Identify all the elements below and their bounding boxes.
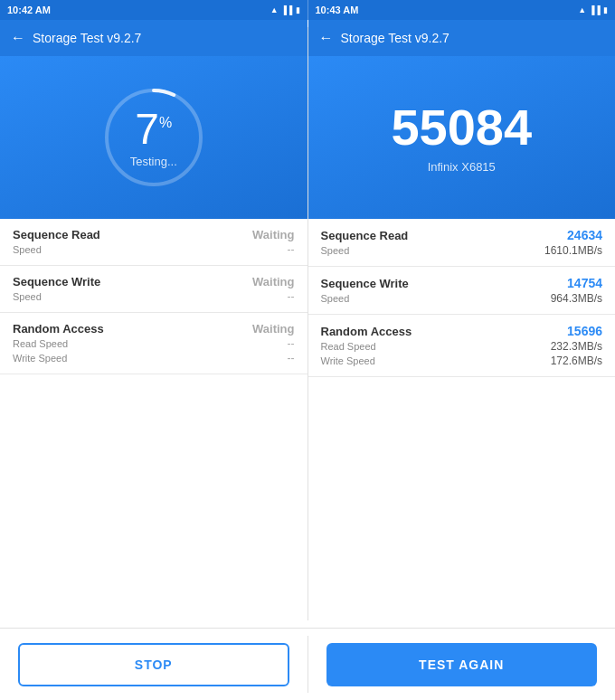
right-seq-write-group: Sequence Write 14754 Speed 964.3MB/s — [308, 267, 616, 315]
signal-icon-r: ▐▐ — [589, 5, 601, 14]
right-panel-title: Storage Test v9.2.7 — [341, 31, 449, 45]
right-random-write-label: Write Speed — [321, 355, 375, 366]
left-random-write-value: -- — [288, 352, 295, 364]
left-panel: ← Storage Test v9.2.7 7 % Testing... — [0, 20, 308, 628]
right-seq-read-sub-row: Speed 1610.1MB/s — [321, 244, 603, 257]
right-seq-write-sub-row: Speed 964.3MB/s — [321, 292, 603, 305]
left-results: Sequence Read Waiting Speed -- Sequence … — [0, 219, 308, 628]
circle-number: 7 — [135, 108, 159, 151]
stop-button[interactable]: STOP — [18, 643, 289, 686]
right-header: ← Storage Test v9.2.7 — [308, 20, 616, 56]
left-seq-write-sub-label: Speed — [13, 291, 42, 302]
left-panel-title: Storage Test v9.2.7 — [33, 31, 141, 45]
left-status-bar: 10:42 AM ▲ ▐▐ ▮ — [0, 0, 308, 20]
left-random-group: Random Access Waiting Read Speed -- Writ… — [0, 313, 308, 374]
left-seq-write-status: Waiting — [252, 275, 294, 289]
right-random-read-row: Read Speed 232.3MB/s — [321, 340, 603, 353]
right-seq-read-sub-label: Speed — [321, 245, 350, 256]
left-random-label: Random Access — [13, 322, 104, 336]
left-bottom: STOP — [0, 629, 308, 700]
right-status-icons: ▲ ▐▐ ▮ — [578, 5, 608, 14]
right-panel: ← Storage Test v9.2.7 55084 Infinix X681… — [308, 20, 616, 628]
right-seq-write-value: 964.3MB/s — [551, 292, 602, 305]
score-container: 55084 Infinix X6815 — [391, 102, 532, 174]
left-random-read-label: Read Speed — [13, 338, 68, 349]
right-seq-read-group: Sequence Read 24634 Speed 1610.1MB/s — [308, 219, 616, 267]
right-random-write-value: 172.6MB/s — [551, 355, 602, 367]
bottom-bar: STOP TEST AGAIN — [0, 628, 615, 700]
signal-icon: ▐▐ — [281, 5, 293, 14]
circle-percent: 7 % — [135, 108, 172, 151]
right-seq-read-label: Sequence Read — [321, 229, 409, 242]
right-random-group: Random Access 15696 Read Speed 232.3MB/s… — [308, 315, 616, 377]
left-random-read-value: -- — [288, 337, 295, 350]
right-random-read-label: Read Speed — [321, 341, 376, 352]
circle-testing-label: Testing... — [130, 155, 177, 168]
circle-content: 7 % Testing... — [130, 108, 177, 168]
right-seq-read-row: Sequence Read 24634 — [321, 228, 603, 242]
right-random-read-value: 232.3MB/s — [551, 340, 602, 353]
left-random-read-row: Read Speed -- — [13, 337, 295, 350]
left-seq-write-value: -- — [288, 290, 295, 303]
left-hero: 7 % Testing... — [0, 56, 308, 219]
right-seq-write-row: Sequence Write 14754 — [321, 276, 603, 290]
test-again-button[interactable]: TEST AGAIN — [326, 643, 598, 686]
right-back-arrow[interactable]: ← — [319, 30, 334, 46]
left-random-row: Random Access Waiting — [13, 322, 295, 336]
left-random-write-row: Write Speed -- — [13, 352, 295, 364]
left-seq-read-sub-label: Speed — [13, 244, 42, 255]
left-status-icons: ▲ ▐▐ ▮ — [270, 5, 300, 14]
right-status-bar: 10:43 AM ▲ ▐▐ ▮ — [308, 0, 616, 20]
left-seq-read-status: Waiting — [252, 228, 294, 241]
left-time: 10:42 AM — [7, 5, 51, 15]
status-bar: 10:42 AM ▲ ▐▐ ▮ 10:43 AM ▲ ▐▐ ▮ — [0, 0, 615, 20]
left-seq-write-row: Sequence Write Waiting — [13, 275, 295, 289]
left-seq-write-sub-row: Speed -- — [13, 290, 295, 303]
left-random-status: Waiting — [252, 322, 294, 336]
progress-circle: 7 % Testing... — [99, 83, 208, 192]
right-bottom: TEST AGAIN — [308, 629, 616, 700]
left-seq-read-value: -- — [288, 243, 295, 256]
right-random-score: 15696 — [567, 324, 602, 338]
score-device: Infinix X6815 — [428, 160, 496, 174]
left-back-arrow[interactable]: ← — [11, 30, 25, 46]
wifi-icon-r: ▲ — [578, 5, 586, 14]
right-seq-write-label: Sequence Write — [321, 277, 409, 290]
left-seq-write-group: Sequence Write Waiting Speed -- — [0, 266, 308, 313]
left-seq-write-label: Sequence Write — [13, 275, 100, 289]
left-seq-read-sub-row: Speed -- — [13, 243, 295, 256]
right-random-label: Random Access — [321, 325, 412, 338]
score-number: 55084 — [391, 102, 532, 153]
right-results: Sequence Read 24634 Speed 1610.1MB/s Seq… — [308, 219, 616, 628]
battery-icon-r: ▮ — [603, 5, 608, 14]
left-seq-read-group: Sequence Read Waiting Speed -- — [0, 219, 308, 266]
battery-icon: ▮ — [296, 5, 300, 14]
circle-pct-symbol: % — [159, 115, 172, 131]
left-header: ← Storage Test v9.2.7 — [0, 20, 308, 56]
right-random-write-row: Write Speed 172.6MB/s — [321, 355, 603, 367]
left-seq-read-label: Sequence Read — [13, 228, 100, 241]
right-random-row: Random Access 15696 — [321, 324, 603, 338]
right-hero: 55084 Infinix X6815 — [308, 56, 616, 219]
right-seq-write-score: 14754 — [567, 276, 602, 290]
right-time: 10:43 AM — [316, 5, 359, 15]
wifi-icon: ▲ — [270, 5, 279, 14]
left-seq-read-row: Sequence Read Waiting — [13, 228, 295, 241]
right-seq-read-score: 24634 — [567, 228, 602, 242]
right-seq-read-value: 1610.1MB/s — [544, 244, 602, 257]
left-random-write-label: Write Speed — [13, 353, 67, 364]
main-panels: ← Storage Test v9.2.7 7 % Testing... — [0, 20, 615, 628]
right-seq-write-sub-label: Speed — [321, 293, 350, 304]
